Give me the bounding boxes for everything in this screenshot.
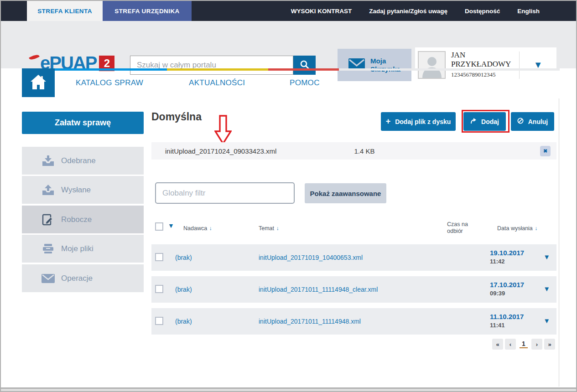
filter-caret-icon[interactable]: ▼ <box>168 222 174 229</box>
logo-swoosh-icon <box>29 53 40 61</box>
user-id: 123456789012345 <box>451 70 511 79</box>
sidebar-item-label: Operacje <box>61 274 93 283</box>
draft-edit-icon <box>41 214 55 226</box>
sender-cell: (brak) <box>175 254 192 261</box>
link-zadaj-pytanie[interactable]: Zadaj pytanie/Zgłoś uwagę <box>369 8 447 15</box>
mailbox-label: Moja Skrzynka <box>370 57 400 73</box>
attachment-filename: initUpload_20171024_09033423.xml <box>165 147 276 155</box>
topbar-spacer <box>1 1 27 21</box>
stripe-gray <box>339 68 560 71</box>
sidebar-item-odebrane[interactable]: Odebrane <box>22 147 144 175</box>
plus-icon: + <box>386 117 391 126</box>
home-icon <box>30 74 47 92</box>
table-row[interactable]: (brak) initUpload_20171011_11114948_clea… <box>151 276 556 303</box>
dodaj-button[interactable]: Dodaj <box>463 112 506 131</box>
anuluj-button[interactable]: Anuluj <box>511 112 554 131</box>
inbox-download-icon <box>41 155 55 166</box>
table-header-row: ▼ Nadawca ↓ Temat ↓ Czas na odbiór Data … <box>151 221 556 239</box>
dodaj-plik-z-dysku-button[interactable]: + Dodaj plik z dysku <box>381 112 456 131</box>
pagination-next-button[interactable]: › <box>531 339 542 350</box>
sender-cell: (brak) <box>175 318 192 325</box>
stripe-blue <box>55 68 167 71</box>
row-expand-caret-icon[interactable]: ▼ <box>543 317 550 325</box>
stripe-red <box>268 68 339 71</box>
user-identity: JAN PRZYKŁADOWY 123456789012345 <box>446 51 511 79</box>
sidebar-item-label: Robocze <box>61 215 92 224</box>
nav-aktualnosci[interactable]: AKTUALNOŚCI <box>189 78 245 88</box>
tab-strefa-urzednika[interactable]: STREFA URZĘDNIKA <box>103 1 192 21</box>
content-right-divider <box>559 98 559 387</box>
sidebar-item-label: Wysłane <box>61 186 91 195</box>
date-cell: 11.10.2017 11:41 <box>490 313 524 329</box>
column-header-czas-na-odbior: Czas na odbiór <box>447 221 468 235</box>
row-checkbox[interactable] <box>155 285 163 293</box>
header-band: ePUAP 2 Moja Skrzynka <box>1 21 576 68</box>
column-header-nadawca[interactable]: Nadawca ↓ <box>183 224 212 232</box>
user-name: JAN PRZYKŁADOWY 123456789012345 <box>451 51 511 79</box>
home-button[interactable] <box>22 68 55 97</box>
attachment-close-button[interactable]: ✖ <box>540 146 551 156</box>
cancel-icon <box>517 118 524 125</box>
sort-down-icon: ↓ <box>276 225 279 232</box>
search-button[interactable] <box>293 56 316 75</box>
close-icon: ✖ <box>543 148 547 154</box>
row-checkbox[interactable] <box>155 253 163 261</box>
pagination-last-button[interactable]: » <box>544 339 555 350</box>
table-row[interactable]: (brak) initUpload_20171011_11114948.xml … <box>151 308 556 335</box>
sort-down-icon: ↓ <box>535 225 537 232</box>
sidebar-item-label: Moje pliki <box>61 244 94 253</box>
outbox-upload-icon <box>41 185 55 195</box>
nav-katalog-spraw[interactable]: KATALOG SPRAW <box>76 78 143 88</box>
subject-link[interactable]: initUpload_20171011_11114948_clear.xml <box>259 286 378 293</box>
stripe-yellow <box>167 68 268 71</box>
pokaz-zaawansowane-button[interactable]: Pokaż zaawansowane <box>305 183 386 203</box>
envelope-icon <box>41 274 55 283</box>
sidebar-item-operacje[interactable]: Operacje <box>22 264 144 292</box>
table-row[interactable]: (brak) initUpload_20171019_10400653.xml … <box>151 244 556 271</box>
pagination-prev-button[interactable]: ‹ <box>505 339 516 350</box>
sort-down-icon: ↓ <box>209 225 212 232</box>
link-wysoki-kontrast[interactable]: WYSOKI KONTRAST <box>291 8 352 15</box>
select-all-checkbox[interactable] <box>155 222 163 231</box>
row-expand-caret-icon[interactable]: ▼ <box>543 285 550 293</box>
user-box[interactable]: JAN PRZYKŁADOWY 123456789012345 ▼ <box>415 47 556 83</box>
tab-strefa-klienta[interactable]: STREFA KLIENTA <box>27 1 103 21</box>
files-drawer-icon <box>41 243 55 254</box>
sidebar-item-label: Odebrane <box>61 156 96 165</box>
nav-pomoc[interactable]: POMOC <box>290 78 320 88</box>
link-english[interactable]: English <box>517 8 540 15</box>
row-checkbox[interactable] <box>155 317 163 325</box>
pagination-first-button[interactable]: « <box>492 339 503 350</box>
date-cell: 17.10.2017 09:39 <box>490 281 524 297</box>
topbar-links: WYSOKI KONTRAST Zadaj pytanie/Zgłoś uwag… <box>291 1 540 21</box>
page-title: Domyślna <box>151 111 202 123</box>
zalatw-sprawe-button[interactable]: Załatw sprawę <box>22 112 144 134</box>
main-content: Domyślna + Dodaj plik z dysku Dodaj Anul… <box>151 97 556 388</box>
global-filter-input[interactable] <box>155 182 295 204</box>
search-input[interactable] <box>130 56 293 75</box>
portal-search <box>130 56 316 75</box>
subject-link[interactable]: initUpload_20171019_10400653.xml <box>259 254 363 261</box>
pagination: « ‹ 1 › » <box>492 339 555 350</box>
link-dostepnosc[interactable]: Dostępność <box>465 8 500 15</box>
sender-cell: (brak) <box>175 286 192 293</box>
row-expand-caret-icon[interactable]: ▼ <box>543 253 550 261</box>
window-bottom-edge <box>1 387 576 391</box>
column-header-data-wyslania[interactable]: Data wysłania ↓ <box>497 224 537 232</box>
upload-arrow-icon <box>470 118 477 125</box>
attachment-size: 1.4 KB <box>354 147 374 155</box>
sidebar-item-robocze[interactable]: Robocze <box>22 206 144 233</box>
attachment-row: initUpload_20171024_09033423.xml 1.4 KB … <box>151 142 556 160</box>
column-header-temat[interactable]: Temat ↓ <box>259 224 279 232</box>
date-cell: 19.10.2017 11:42 <box>490 249 524 265</box>
avatar <box>418 51 446 79</box>
sidebar-item-wyslane[interactable]: Wysłane <box>22 176 144 204</box>
top-bar: STREFA KLIENTA STREFA URZĘDNIKA WYSOKI K… <box>1 1 576 21</box>
sidebar-item-moje-pliki[interactable]: Moje pliki <box>22 235 144 263</box>
moja-skrzynka-button[interactable]: Moja Skrzynka <box>338 49 411 81</box>
subject-link[interactable]: initUpload_20171011_11114948.xml <box>259 318 361 325</box>
pagination-current-page[interactable]: 1 <box>520 340 528 348</box>
epuap-portal-page: STREFA KLIENTA STREFA URZĘDNIKA WYSOKI K… <box>0 0 577 392</box>
